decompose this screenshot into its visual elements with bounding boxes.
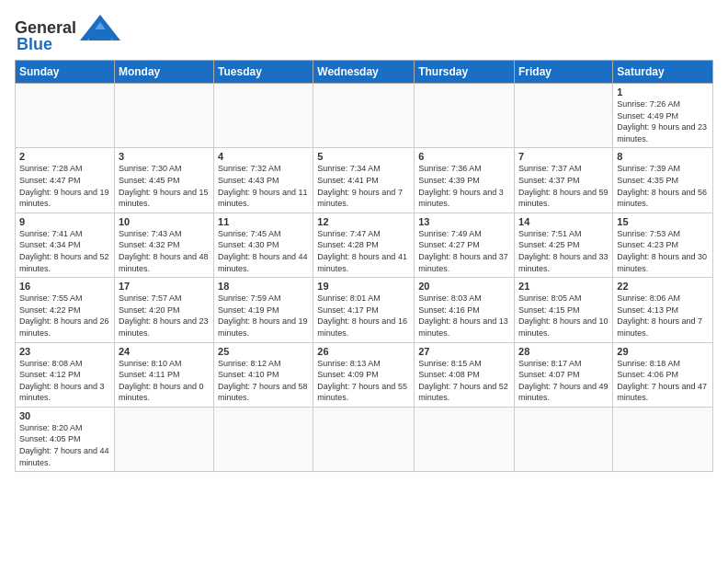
day-header-thursday: Thursday (415, 61, 515, 84)
calendar-cell (313, 407, 415, 471)
calendar-cell: 18Sunrise: 7:59 AM Sunset: 4:19 PM Dayli… (214, 278, 313, 342)
day-info: Sunrise: 7:37 AM Sunset: 4:37 PM Dayligh… (518, 163, 609, 209)
calendar-week-row: 30Sunrise: 8:20 AM Sunset: 4:05 PM Dayli… (16, 407, 713, 471)
calendar-week-row: 16Sunrise: 7:55 AM Sunset: 4:22 PM Dayli… (16, 278, 713, 342)
calendar-cell: 23Sunrise: 8:08 AM Sunset: 4:12 PM Dayli… (16, 342, 115, 407)
day-info: Sunrise: 8:10 AM Sunset: 4:11 PM Dayligh… (119, 358, 210, 404)
day-info: Sunrise: 8:06 AM Sunset: 4:13 PM Dayligh… (617, 293, 709, 339)
calendar-cell: 15Sunrise: 7:53 AM Sunset: 4:23 PM Dayli… (613, 213, 713, 277)
day-info: Sunrise: 7:55 AM Sunset: 4:22 PM Dayligh… (19, 293, 110, 339)
day-number: 26 (317, 346, 410, 357)
calendar-cell (515, 407, 613, 471)
calendar-cell: 28Sunrise: 8:17 AM Sunset: 4:07 PM Dayli… (515, 342, 613, 407)
day-info: Sunrise: 7:59 AM Sunset: 4:19 PM Dayligh… (218, 293, 309, 339)
calendar-cell: 25Sunrise: 8:12 AM Sunset: 4:10 PM Dayli… (214, 342, 313, 407)
day-info: Sunrise: 8:18 AM Sunset: 4:06 PM Dayligh… (617, 358, 709, 404)
day-number: 25 (218, 346, 309, 357)
day-info: Sunrise: 7:47 AM Sunset: 4:28 PM Dayligh… (317, 228, 410, 274)
day-header-sunday: Sunday (16, 61, 115, 84)
calendar-week-row: 23Sunrise: 8:08 AM Sunset: 4:12 PM Dayli… (16, 342, 713, 407)
calendar-cell: 9Sunrise: 7:41 AM Sunset: 4:34 PM Daylig… (16, 213, 115, 277)
day-info: Sunrise: 7:39 AM Sunset: 4:35 PM Dayligh… (617, 163, 709, 209)
calendar-cell: 4Sunrise: 7:32 AM Sunset: 4:43 PM Daylig… (214, 148, 313, 213)
day-number: 5 (317, 151, 410, 162)
day-number: 10 (119, 216, 210, 227)
day-number: 28 (518, 346, 609, 357)
day-info: Sunrise: 8:20 AM Sunset: 4:05 PM Dayligh… (19, 422, 110, 468)
day-number: 24 (119, 346, 210, 357)
day-info: Sunrise: 8:12 AM Sunset: 4:10 PM Dayligh… (218, 358, 309, 404)
calendar-week-row: 2Sunrise: 7:28 AM Sunset: 4:47 PM Daylig… (16, 148, 713, 213)
calendar-cell: 19Sunrise: 8:01 AM Sunset: 4:17 PM Dayli… (313, 278, 415, 342)
calendar-cell: 26Sunrise: 8:13 AM Sunset: 4:09 PM Dayli… (313, 342, 415, 407)
logo: General Blue (15, 15, 120, 54)
day-number: 15 (617, 216, 709, 227)
calendar-cell (313, 84, 415, 148)
calendar-cell (214, 84, 313, 148)
calendar-table: SundayMondayTuesdayWednesdayThursdayFrid… (15, 60, 713, 472)
day-number: 30 (19, 410, 110, 421)
calendar-cell: 10Sunrise: 7:43 AM Sunset: 4:32 PM Dayli… (114, 213, 213, 277)
day-info: Sunrise: 7:30 AM Sunset: 4:45 PM Dayligh… (119, 163, 210, 209)
day-number: 20 (418, 281, 510, 292)
day-info: Sunrise: 7:28 AM Sunset: 4:47 PM Dayligh… (19, 163, 110, 209)
calendar-cell: 29Sunrise: 8:18 AM Sunset: 4:06 PM Dayli… (613, 342, 713, 407)
day-number: 23 (19, 346, 110, 357)
day-number: 21 (518, 281, 609, 292)
day-info: Sunrise: 7:41 AM Sunset: 4:34 PM Dayligh… (19, 228, 110, 274)
day-number: 3 (119, 151, 210, 162)
day-info: Sunrise: 8:15 AM Sunset: 4:08 PM Dayligh… (418, 358, 510, 404)
logo-blue-text: Blue (17, 35, 52, 54)
calendar-cell: 22Sunrise: 8:06 AM Sunset: 4:13 PM Dayli… (613, 278, 713, 342)
day-info: Sunrise: 7:51 AM Sunset: 4:25 PM Dayligh… (518, 228, 609, 274)
calendar-cell: 11Sunrise: 7:45 AM Sunset: 4:30 PM Dayli… (214, 213, 313, 277)
day-number: 6 (418, 151, 510, 162)
calendar-cell: 17Sunrise: 7:57 AM Sunset: 4:20 PM Dayli… (114, 278, 213, 342)
day-info: Sunrise: 8:17 AM Sunset: 4:07 PM Dayligh… (518, 358, 609, 404)
calendar-cell (415, 407, 515, 471)
calendar-cell: 14Sunrise: 7:51 AM Sunset: 4:25 PM Dayli… (515, 213, 613, 277)
svg-rect-2 (89, 29, 111, 40)
day-number: 16 (19, 281, 110, 292)
calendar-cell: 20Sunrise: 8:03 AM Sunset: 4:16 PM Dayli… (415, 278, 515, 342)
day-number: 18 (218, 281, 309, 292)
day-number: 22 (617, 281, 709, 292)
day-number: 8 (617, 151, 709, 162)
calendar-cell: 21Sunrise: 8:05 AM Sunset: 4:15 PM Dayli… (515, 278, 613, 342)
calendar-cell: 5Sunrise: 7:34 AM Sunset: 4:41 PM Daylig… (313, 148, 415, 213)
day-info: Sunrise: 7:53 AM Sunset: 4:23 PM Dayligh… (617, 228, 709, 274)
calendar-cell: 30Sunrise: 8:20 AM Sunset: 4:05 PM Dayli… (16, 407, 115, 471)
calendar-cell: 16Sunrise: 7:55 AM Sunset: 4:22 PM Dayli… (16, 278, 115, 342)
day-number: 4 (218, 151, 309, 162)
calendar-header-row: SundayMondayTuesdayWednesdayThursdayFrid… (16, 61, 713, 84)
day-number: 19 (317, 281, 410, 292)
day-number: 12 (317, 216, 410, 227)
day-number: 9 (19, 216, 110, 227)
day-number: 2 (19, 151, 110, 162)
day-number: 27 (418, 346, 510, 357)
calendar-cell: 13Sunrise: 7:49 AM Sunset: 4:27 PM Dayli… (415, 213, 515, 277)
day-number: 14 (518, 216, 609, 227)
day-info: Sunrise: 7:36 AM Sunset: 4:39 PM Dayligh… (418, 163, 510, 209)
day-header-saturday: Saturday (613, 61, 713, 84)
calendar-cell (214, 407, 313, 471)
calendar-cell: 3Sunrise: 7:30 AM Sunset: 4:45 PM Daylig… (114, 148, 213, 213)
calendar-week-row: 9Sunrise: 7:41 AM Sunset: 4:34 PM Daylig… (16, 213, 713, 277)
calendar-cell: 12Sunrise: 7:47 AM Sunset: 4:28 PM Dayli… (313, 213, 415, 277)
day-info: Sunrise: 7:43 AM Sunset: 4:32 PM Dayligh… (119, 228, 210, 274)
page-header: General Blue (15, 15, 713, 54)
calendar-week-row: 1Sunrise: 7:26 AM Sunset: 4:49 PM Daylig… (16, 84, 713, 148)
day-info: Sunrise: 8:03 AM Sunset: 4:16 PM Dayligh… (418, 293, 510, 339)
calendar-cell (415, 84, 515, 148)
day-info: Sunrise: 8:13 AM Sunset: 4:09 PM Dayligh… (317, 358, 410, 404)
day-number: 7 (518, 151, 609, 162)
day-info: Sunrise: 8:08 AM Sunset: 4:12 PM Dayligh… (19, 358, 110, 404)
day-number: 11 (218, 216, 309, 227)
day-info: Sunrise: 7:26 AM Sunset: 4:49 PM Dayligh… (617, 98, 709, 144)
day-header-tuesday: Tuesday (214, 61, 313, 84)
calendar-cell (114, 407, 213, 471)
day-number: 1 (617, 86, 709, 98)
day-header-wednesday: Wednesday (313, 61, 415, 84)
calendar-cell: 7Sunrise: 7:37 AM Sunset: 4:37 PM Daylig… (515, 148, 613, 213)
day-info: Sunrise: 7:34 AM Sunset: 4:41 PM Dayligh… (317, 163, 410, 209)
